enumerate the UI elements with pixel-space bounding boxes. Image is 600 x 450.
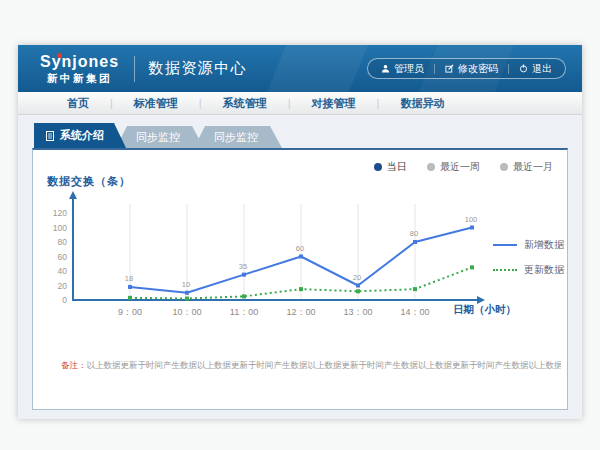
y-axis-title: 数据交换（条） xyxy=(47,174,131,189)
svg-text:100: 100 xyxy=(53,223,67,233)
legend-update-data-label: 更新数据 xyxy=(524,263,564,277)
nav-item-system-mgmt[interactable]: 系统管理 xyxy=(202,96,288,111)
svg-text:10：00: 10：00 xyxy=(172,307,201,317)
user-menu-admin[interactable]: 管理员 xyxy=(381,62,424,76)
svg-text:35: 35 xyxy=(239,262,247,271)
svg-text:11：00: 11：00 xyxy=(230,307,258,317)
svg-text:60: 60 xyxy=(58,252,68,262)
nav-item-standard-mgmt[interactable]: 标准管理 xyxy=(113,96,199,111)
svg-text:40: 40 xyxy=(58,266,68,276)
tab-sync-monitor-2-label: 同步监控 xyxy=(214,130,258,145)
tab-sync-monitor-2[interactable]: 同步监控 xyxy=(194,126,282,148)
dotted-line-icon xyxy=(493,269,517,271)
x-axis-title: 日期（小时） xyxy=(453,303,516,317)
svg-text:10: 10 xyxy=(182,280,190,289)
solid-line-icon xyxy=(493,244,517,246)
power-icon xyxy=(519,64,528,73)
range-option-last-week-label: 最近一周 xyxy=(440,160,480,174)
range-option-last-month-label: 最近一月 xyxy=(513,160,553,174)
svg-text:13：00: 13：00 xyxy=(343,307,372,317)
app-window: Synjones 新中新集团 数据资源中心 管理员 修改密码 退出 首页 | xyxy=(18,45,582,419)
svg-text:18: 18 xyxy=(125,274,133,283)
user-icon xyxy=(381,64,390,73)
range-option-today[interactable]: 当日 xyxy=(374,160,407,174)
svg-text:60: 60 xyxy=(296,244,304,253)
svg-text:80: 80 xyxy=(410,229,418,238)
chart-panel: 当日 最近一周 最近一月 数据交换（条） 0204060801001209：00… xyxy=(32,148,568,410)
user-menu-admin-label: 管理员 xyxy=(394,62,424,76)
line-chart: 0204060801001209：0010：0011：0012：0013：001… xyxy=(47,190,517,340)
logout-label: 退出 xyxy=(532,62,552,76)
range-option-last-month[interactable]: 最近一月 xyxy=(500,160,553,174)
legend-new-data-label: 新增数据 xyxy=(524,238,564,252)
legend-item-update-data: 更新数据 xyxy=(493,263,564,277)
svg-text:100: 100 xyxy=(465,215,478,224)
user-menu: 管理员 修改密码 退出 xyxy=(367,58,566,79)
svg-text:80: 80 xyxy=(58,237,68,247)
document-icon xyxy=(46,131,54,141)
logo-wordmark: Synjones xyxy=(40,54,119,70)
svg-text:14：00: 14：00 xyxy=(400,307,429,317)
change-password-button[interactable]: 修改密码 xyxy=(445,62,498,76)
header-divider xyxy=(134,56,135,82)
logo-red-dot-icon xyxy=(57,53,62,58)
tab-bar: 系统介绍 同步监控 同步监控 xyxy=(34,123,282,148)
radio-unselected-icon xyxy=(427,163,435,171)
nav-item-data-change[interactable]: 数据异动 xyxy=(379,96,465,111)
tab-sync-monitor-1-label: 同步监控 xyxy=(136,130,180,145)
svg-text:12：00: 12：00 xyxy=(286,307,315,317)
logo-company-name: 新中新集团 xyxy=(40,73,119,84)
footnote-text: 以上数据更新于时间产生数据以上数据更新于时间产生数据以上数据更新于时间产生数据以… xyxy=(87,360,562,370)
main-nav: 首页 | 标准管理 | 系统管理 | 对接管理 | 数据异动 xyxy=(18,92,582,115)
svg-text:0: 0 xyxy=(62,295,67,305)
line-chart-svg: 0204060801001209：0010：0011：0012：0013：001… xyxy=(47,190,517,340)
app-header: Synjones 新中新集团 数据资源中心 管理员 修改密码 退出 xyxy=(18,45,582,92)
svg-text:20: 20 xyxy=(353,273,361,282)
svg-text:20: 20 xyxy=(58,281,68,291)
pill-divider xyxy=(508,64,509,74)
edit-icon xyxy=(445,64,454,73)
tab-sync-monitor-1[interactable]: 同步监控 xyxy=(116,126,204,148)
legend-item-new-data: 新增数据 xyxy=(493,238,564,252)
svg-text:120: 120 xyxy=(53,208,67,218)
footnote: 备注：以上数据更新于时间产生数据以上数据更新于时间产生数据以上数据更新于时间产生… xyxy=(61,360,561,372)
time-range-selector: 当日 最近一周 最近一月 xyxy=(374,160,553,174)
change-password-label: 修改密码 xyxy=(458,62,498,76)
nav-item-interface-mgmt[interactable]: 对接管理 xyxy=(291,96,377,111)
range-option-last-week[interactable]: 最近一周 xyxy=(427,160,480,174)
footnote-prefix: 备注： xyxy=(61,360,87,370)
pill-divider xyxy=(434,64,435,74)
logout-button[interactable]: 退出 xyxy=(519,62,552,76)
tab-system-intro[interactable]: 系统介绍 xyxy=(34,123,126,148)
page-title: 数据资源中心 xyxy=(148,59,247,78)
radio-unselected-icon xyxy=(500,163,508,171)
range-option-today-label: 当日 xyxy=(387,160,407,174)
tab-system-intro-label: 系统介绍 xyxy=(60,128,104,143)
company-logo: Synjones 新中新集团 xyxy=(40,54,119,84)
nav-item-home[interactable]: 首页 xyxy=(46,96,110,111)
svg-text:9：00: 9：00 xyxy=(118,307,142,317)
radio-selected-icon xyxy=(374,163,382,171)
chart-legend: 新增数据 更新数据 xyxy=(493,238,564,288)
